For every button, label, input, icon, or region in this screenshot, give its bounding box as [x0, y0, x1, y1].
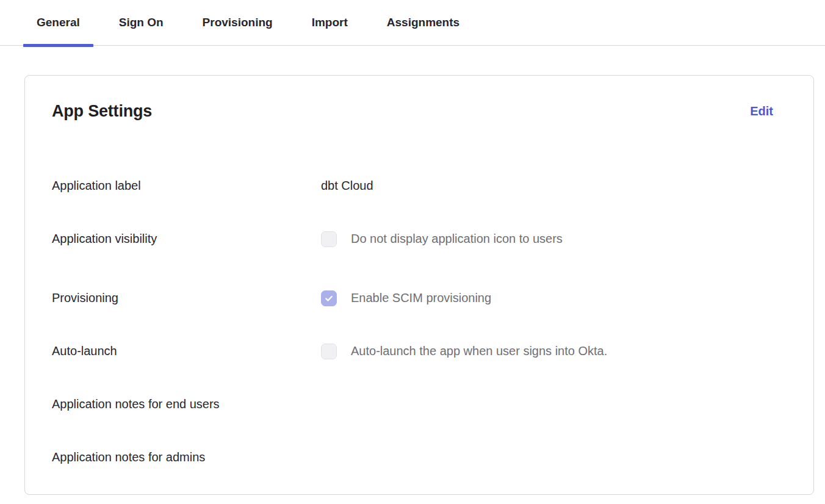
tab-general[interactable]: General — [23, 0, 93, 45]
checkmark-icon — [323, 293, 334, 304]
field-label: Application notes for admins — [52, 450, 321, 464]
checkbox-label: Auto-launch the app when user signs into… — [351, 344, 607, 358]
field-value: Do not display application icon to users — [321, 231, 563, 247]
field-label: Application notes for end users — [52, 397, 321, 411]
checkbox-label: Enable SCIM provisioning — [351, 291, 491, 305]
tab-assignments[interactable]: Assignments — [373, 0, 473, 45]
field-value: Enable SCIM provisioning — [321, 290, 491, 306]
field-label: Application label — [52, 179, 321, 193]
tab-import[interactable]: Import — [298, 0, 361, 45]
tab-sign-on[interactable]: Sign On — [106, 0, 177, 45]
field-row-application-visibility: Application visibility Do not display ap… — [25, 212, 813, 265]
field-rows: Application label dbt Cloud Application … — [25, 159, 813, 484]
field-row-notes-admins: Application notes for admins — [25, 431, 813, 484]
enable-scim-provisioning-checkbox[interactable] — [321, 290, 337, 306]
card-header: App Settings Edit — [25, 100, 813, 122]
field-label: Provisioning — [52, 291, 321, 305]
field-row-auto-launch: Auto-launch Auto-launch the app when use… — [25, 325, 813, 378]
field-label: Application visibility — [52, 232, 321, 246]
tab-bar: General Sign On Provisioning Import Assi… — [0, 0, 825, 46]
application-label-value: dbt Cloud — [321, 179, 373, 193]
tab-provisioning[interactable]: Provisioning — [189, 0, 286, 45]
field-row-provisioning: Provisioning Enable SCIM provisioning — [25, 272, 813, 325]
field-label: Auto-launch — [52, 344, 321, 358]
page-title: App Settings — [52, 100, 152, 122]
application-visibility-checkbox[interactable] — [321, 231, 337, 247]
field-row-application-label: Application label dbt Cloud — [25, 159, 813, 212]
field-value: Auto-launch the app when user signs into… — [321, 344, 607, 359]
auto-launch-checkbox[interactable] — [321, 344, 337, 359]
field-row-notes-end-users: Application notes for end users — [25, 378, 813, 431]
checkbox-label: Do not display application icon to users — [351, 232, 563, 246]
app-settings-card: App Settings Edit Application label dbt … — [24, 75, 814, 495]
edit-button[interactable]: Edit — [750, 104, 773, 118]
